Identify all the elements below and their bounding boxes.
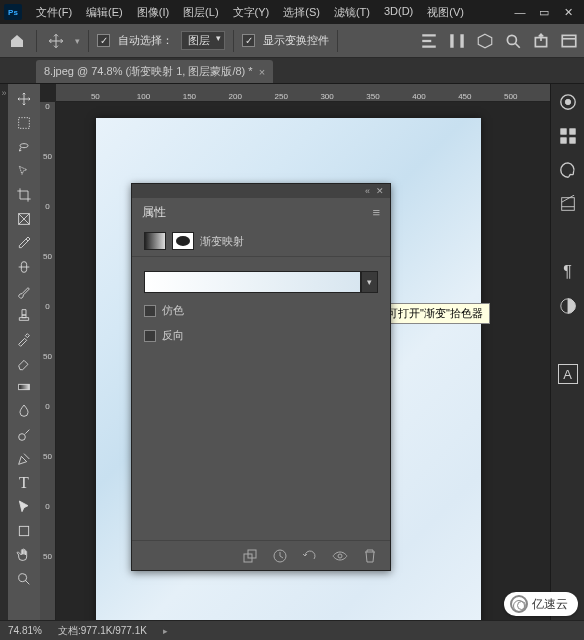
eraser-tool[interactable]: [12, 352, 36, 374]
blur-tool[interactable]: [12, 400, 36, 422]
menu-view[interactable]: 视图(V): [421, 3, 470, 22]
reverse-label: 反向: [162, 328, 184, 343]
distribute-icon[interactable]: [448, 32, 466, 50]
reverse-checkbox[interactable]: [144, 330, 156, 342]
svg-point-12: [19, 434, 26, 441]
panel-close-icon[interactable]: ✕: [376, 186, 384, 196]
svg-rect-0: [422, 34, 436, 36]
shape-tool[interactable]: [12, 520, 36, 542]
menu-select[interactable]: 选择(S): [277, 3, 326, 22]
menu-bar: Ps 文件(F) 编辑(E) 图像(I) 图层(L) 文字(Y) 选择(S) 滤…: [0, 0, 584, 24]
search-icon[interactable]: [504, 32, 522, 50]
stamp-tool[interactable]: [12, 304, 36, 326]
dodge-tool[interactable]: [12, 424, 36, 446]
adjustment-header: 渐变映射: [132, 226, 390, 257]
close-button[interactable]: ✕: [562, 6, 574, 18]
svg-rect-3: [450, 34, 453, 48]
zoom-tool[interactable]: [12, 568, 36, 590]
status-zoom[interactable]: 74.81%: [8, 625, 42, 636]
svg-rect-7: [562, 35, 576, 46]
svg-rect-4: [460, 34, 463, 48]
properties-panel: « ✕ 属性 ≡ 渐变映射 ▾ 仿色 反向: [131, 183, 391, 571]
tools-panel: T: [8, 84, 40, 620]
ruler-vertical[interactable]: 050050050050050: [40, 102, 56, 620]
svg-rect-1: [422, 39, 431, 41]
menu-type[interactable]: 文字(Y): [227, 3, 276, 22]
character-panel-icon[interactable]: A: [558, 364, 578, 384]
path-select-tool[interactable]: [12, 496, 36, 518]
svg-rect-13: [19, 526, 28, 535]
gradient-tool[interactable]: [12, 376, 36, 398]
marquee-tool[interactable]: [12, 112, 36, 134]
svg-rect-2: [422, 45, 436, 47]
dither-label: 仿色: [162, 303, 184, 318]
brush-tool[interactable]: [12, 280, 36, 302]
show-transform-label: 显示变换控件: [263, 33, 329, 48]
toggle-visibility-icon[interactable]: [332, 548, 348, 564]
ruler-horizontal[interactable]: 50100150200250300350400450500: [56, 84, 550, 102]
show-transform-checkbox[interactable]: ✓: [242, 34, 255, 47]
swatches-panel-icon[interactable]: [558, 126, 578, 146]
adjustments-panel-icon[interactable]: [558, 296, 578, 316]
adjustment-label: 渐变映射: [200, 234, 244, 249]
palette-panel-icon[interactable]: [558, 160, 578, 180]
type-tool[interactable]: T: [12, 472, 36, 494]
lasso-tool[interactable]: [12, 136, 36, 158]
3d-mode-icon[interactable]: [476, 32, 494, 50]
menu-file[interactable]: 文件(F): [30, 3, 78, 22]
auto-select-target[interactable]: 图层: [181, 31, 225, 50]
app-logo: Ps: [4, 4, 22, 20]
view-previous-icon[interactable]: [272, 548, 288, 564]
frame-tool[interactable]: [12, 208, 36, 230]
svg-point-5: [507, 35, 516, 44]
paragraph-panel-icon[interactable]: ¶: [558, 262, 578, 282]
status-doc-size[interactable]: 文档:977.1K/977.1K: [58, 624, 147, 638]
document-tab-bar: 8.jpeg @ 74.8% (渐变映射 1, 图层蒙版/8) * ×: [0, 58, 584, 84]
menu-3d[interactable]: 3D(D): [378, 3, 419, 22]
gradient-preview[interactable]: [144, 271, 361, 293]
delete-icon[interactable]: [362, 548, 378, 564]
dither-checkbox[interactable]: [144, 305, 156, 317]
svg-rect-21: [569, 138, 574, 143]
reset-icon[interactable]: [302, 548, 318, 564]
pen-tool[interactable]: [12, 448, 36, 470]
home-icon[interactable]: [6, 30, 28, 52]
align-icon[interactable]: [420, 32, 438, 50]
hand-tool[interactable]: [12, 544, 36, 566]
restore-button[interactable]: ▭: [538, 6, 550, 18]
clip-to-layer-icon[interactable]: [242, 548, 258, 564]
minimize-button[interactable]: —: [514, 6, 526, 18]
panel-menu-icon[interactable]: ≡: [372, 205, 380, 220]
auto-select-checkbox[interactable]: ✓: [97, 34, 110, 47]
crop-tool[interactable]: [12, 184, 36, 206]
right-dock: ¶ A: [550, 84, 584, 620]
menu-layer[interactable]: 图层(L): [177, 3, 224, 22]
menu-filter[interactable]: 滤镜(T): [328, 3, 376, 22]
mask-thumb[interactable]: [172, 232, 194, 250]
menu-edit[interactable]: 编辑(E): [80, 3, 129, 22]
healing-tool[interactable]: [12, 256, 36, 278]
svg-point-29: [338, 554, 342, 558]
menu-image[interactable]: 图像(I): [131, 3, 175, 22]
watermark-text: 亿速云: [532, 596, 568, 613]
eyedropper-tool[interactable]: [12, 232, 36, 254]
close-tab-icon[interactable]: ×: [259, 66, 265, 78]
move-tool[interactable]: [12, 88, 36, 110]
color-panel-icon[interactable]: [558, 92, 578, 112]
share-icon[interactable]: [532, 32, 550, 50]
quick-select-tool[interactable]: [12, 160, 36, 182]
svg-rect-20: [569, 129, 574, 134]
svg-line-23: [561, 195, 574, 202]
panel-collapse-icon[interactable]: «: [365, 186, 370, 196]
move-tool-icon[interactable]: [45, 30, 67, 52]
document-tab[interactable]: 8.jpeg @ 74.8% (渐变映射 1, 图层蒙版/8) * ×: [36, 60, 273, 83]
gradient-dropdown[interactable]: ▾: [361, 271, 378, 293]
auto-select-label: 自动选择：: [118, 33, 173, 48]
left-panel-toggle[interactable]: »: [1, 88, 6, 98]
svg-rect-22: [561, 198, 574, 211]
workspace-icon[interactable]: [560, 32, 578, 50]
history-brush-tool[interactable]: [12, 328, 36, 350]
document-tab-title: 8.jpeg @ 74.8% (渐变映射 1, 图层蒙版/8) *: [44, 64, 253, 79]
svg-rect-19: [560, 138, 565, 143]
libraries-panel-icon[interactable]: [558, 194, 578, 214]
